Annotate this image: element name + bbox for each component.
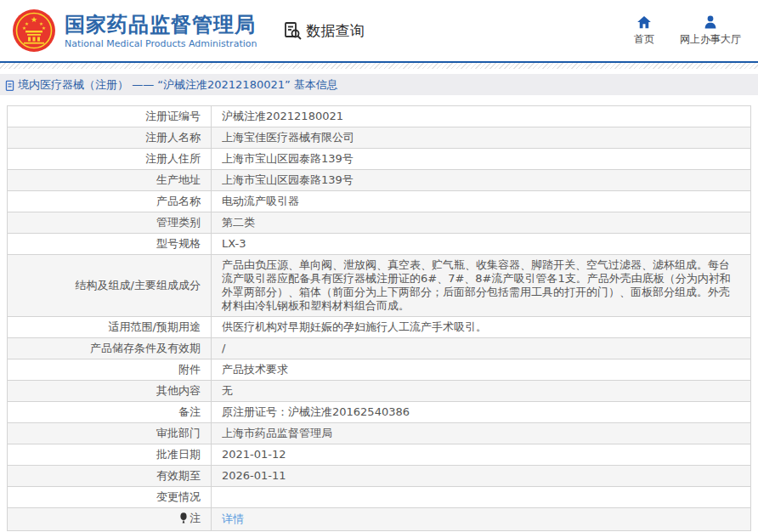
table-row: 审批部门上海市药品监督管理局 [8, 423, 751, 444]
row-label: 有效期至 [8, 466, 212, 487]
row-label: 产品储存条件及有效期 [8, 338, 212, 359]
header-hatch-band [0, 63, 758, 69]
row-value: 详情 [212, 508, 751, 531]
row-value: 第二类 [212, 212, 751, 234]
document-search-icon [282, 20, 303, 41]
top-nav: 首页 网上办事大厅 [634, 14, 746, 47]
logo-text: 国家药品监督管理局 National Medical Products Admi… [65, 13, 257, 49]
row-value: 上海市药品监督管理局 [212, 423, 751, 444]
svg-text:★: ★ [31, 15, 37, 24]
row-label: 附件 [8, 359, 212, 381]
row-label: 注 [8, 508, 212, 531]
row-label: 生产地址 [8, 170, 212, 191]
table-row: 批准日期2021-01-12 [8, 444, 751, 466]
detail-link[interactable]: 详情 [222, 512, 244, 525]
site-header: ★ ★ ★ ★ ★ 国家药品监督管理局 National Medical Pro… [0, 0, 758, 61]
row-value: 原注册证号：沪械注准20162540386 [212, 402, 751, 423]
table-row: 生产地址上海市宝山区园泰路139号 [8, 170, 751, 191]
row-value: 沪械注准20212180021 [212, 106, 751, 127]
logo-area: ★ ★ ★ ★ ★ 国家药品监督管理局 National Medical Pro… [12, 8, 257, 53]
row-label: 其他内容 [8, 381, 212, 402]
breadcrumb: 境内医疗器械（注册） —— “沪械注准20212180021” 基本信息 [0, 74, 758, 95]
row-label: 管理类别 [8, 212, 212, 234]
row-label: 型号规格 [8, 234, 212, 255]
table-row: 有效期至2026-01-11 [8, 466, 751, 487]
row-value: 2021-01-12 [212, 444, 751, 466]
table-row: 注详情 [8, 508, 751, 531]
table-row: 备注原注册证号：沪械注准20162540386 [8, 402, 751, 423]
row-value: LX-3 [212, 234, 751, 255]
site-subtitle: National Medical Products Administration [65, 38, 257, 49]
table-row: 变更情况 [8, 487, 751, 508]
row-value: 上海宝佳医疗器械有限公司 [212, 127, 751, 149]
home-icon [636, 14, 652, 30]
row-value: 电动流产吸引器 [212, 191, 751, 212]
row-label: 变更情况 [8, 487, 212, 508]
row-value: 上海市宝山区园泰路139号 [212, 170, 751, 191]
row-label: 产品名称 [8, 191, 212, 212]
nav-online-service-hall[interactable]: 网上办事大厅 [680, 14, 741, 47]
row-label: 备注 [8, 402, 212, 423]
row-label: 适用范围/预期用途 [8, 317, 212, 338]
table-row: 结构及组成/主要组成成分产品由负压源、单向阀、泄放阀、真空表、贮气瓶、收集容器、… [8, 255, 751, 317]
table-row: 注册证编号沪械注准20212180021 [8, 106, 751, 127]
row-label: 审批部门 [8, 423, 212, 444]
page: ★ ★ ★ ★ ★ 国家药品监督管理局 National Medical Pro… [0, 0, 758, 532]
registration-info-table: 注册证编号沪械注准20212180021注册人名称上海宝佳医疗器械有限公司注册人… [7, 105, 751, 531]
row-label: 注册人名称 [8, 127, 212, 149]
nav-online-service-hall-label: 网上办事大厅 [680, 32, 741, 47]
national-emblem-icon: ★ ★ ★ ★ ★ [12, 8, 56, 53]
row-value: / [212, 338, 751, 359]
table-row: 其他内容无 [8, 381, 751, 402]
row-label: 结构及组成/主要组成成分 [8, 255, 212, 317]
row-value: 上海市宝山区园泰路139号 [212, 149, 751, 170]
data-query-label: 数据查询 [306, 21, 364, 41]
row-label: 注册人住所 [8, 149, 212, 170]
table-row: 产品名称电动流产吸引器 [8, 191, 751, 212]
row-value: 产品由负压源、单向阀、泄放阀、真空表、贮气瓶、收集容器、脚踏开关、空气过滤器、滤… [212, 255, 751, 317]
row-value: 2026-01-11 [212, 466, 751, 487]
row-value: 产品技术要求 [212, 359, 751, 381]
table-row: 管理类别第二类 [8, 212, 751, 234]
row-value [212, 487, 751, 508]
row-value: 供医疗机构对早期妊娠的孕妇施行人工流产手术吸引。 [212, 317, 751, 338]
row-label: 注册证编号 [8, 106, 212, 127]
svg-text:★: ★ [22, 25, 26, 31]
table-row: 附件产品技术要求 [8, 359, 751, 381]
document-icon [4, 79, 15, 91]
svg-text:★: ★ [42, 25, 46, 31]
person-icon [703, 14, 718, 30]
site-title: 国家药品监督管理局 [65, 13, 257, 37]
nav-home[interactable]: 首页 [634, 14, 654, 47]
row-value: 无 [212, 381, 751, 402]
table-row: 适用范围/预期用途供医疗机构对早期妊娠的孕妇施行人工流产手术吸引。 [8, 317, 751, 338]
table-row: 产品储存条件及有效期/ [8, 338, 751, 359]
data-query-link[interactable]: 数据查询 [282, 20, 364, 41]
row-label: 批准日期 [8, 444, 212, 466]
note-pin-icon [179, 512, 188, 527]
breadcrumb-text: 境内医疗器械（注册） —— “沪械注准20212180021” 基本信息 [18, 77, 338, 93]
nav-home-label: 首页 [634, 32, 654, 47]
table-row: 注册人名称上海宝佳医疗器械有限公司 [8, 127, 751, 149]
table-row: 注册人住所上海市宝山区园泰路139号 [8, 149, 751, 170]
table-row: 型号规格LX-3 [8, 234, 751, 255]
